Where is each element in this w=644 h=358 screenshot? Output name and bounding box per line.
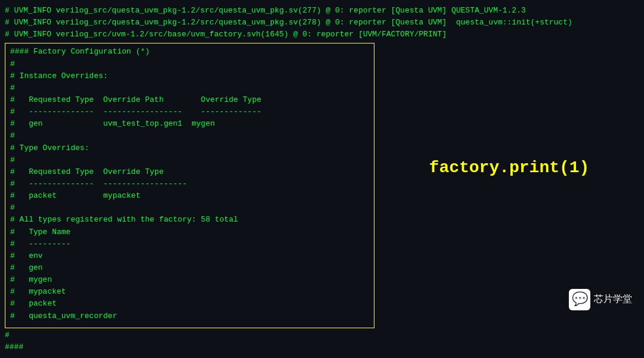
code-line-7: # bbox=[10, 130, 369, 142]
code-line-4: # Requested Type Override Path Override … bbox=[10, 94, 369, 106]
wechat-badge: 💬 芯片学堂 bbox=[569, 289, 632, 310]
code-line-8: # Type Overrides: bbox=[10, 142, 369, 154]
wechat-icon: 💬 bbox=[569, 289, 590, 310]
wechat-emoji: 💬 bbox=[572, 291, 588, 307]
code-line-22: # questa_uvm_recorder bbox=[10, 310, 369, 322]
code-line-2: # Instance Overrides: bbox=[10, 70, 369, 82]
code-line-21: # packet bbox=[10, 298, 369, 310]
code-line-14: # All types registered with the factory:… bbox=[10, 214, 369, 226]
code-line-12: # packet mypacket bbox=[10, 190, 369, 202]
code-line-18: # gen bbox=[10, 262, 369, 274]
factory-print-label: factory.print(1) bbox=[429, 158, 590, 177]
right-panel: factory.print(1) 💬 芯片学堂 bbox=[374, 43, 644, 328]
wechat-text: 芯片学堂 bbox=[594, 293, 632, 306]
code-line-1: # bbox=[10, 58, 369, 70]
top-line-1: # UVM_INFO verilog_src/questa_uvm_pkg-1.… bbox=[5, 5, 639, 17]
code-line-0: #### Factory Configuration (*) bbox=[10, 46, 369, 58]
bottom-line-1: # bbox=[5, 329, 639, 341]
code-line-20: # mypacket bbox=[10, 286, 369, 298]
code-line-3: # bbox=[10, 82, 369, 94]
left-panel: #### Factory Configuration (*) # # Insta… bbox=[5, 43, 374, 328]
code-line-19: # mygen bbox=[10, 274, 369, 286]
code-line-15: # Type Name bbox=[10, 226, 369, 238]
bottom-line-2: #### bbox=[5, 341, 639, 353]
top-lines: # UVM_INFO verilog_src/questa_uvm_pkg-1.… bbox=[0, 4, 644, 42]
code-line-5: # -------------- ----------------- -----… bbox=[10, 106, 369, 118]
top-line-2: # UVM_INFO verilog_src/questa_uvm_pkg-1.… bbox=[5, 17, 639, 29]
terminal-container: # UVM_INFO verilog_src/questa_uvm_pkg-1.… bbox=[0, 0, 644, 358]
code-line-16: # --------- bbox=[10, 238, 369, 250]
code-line-17: # env bbox=[10, 250, 369, 262]
bottom-lines: # #### bbox=[0, 328, 644, 354]
code-line-11: # -------------- ------------------ bbox=[10, 178, 369, 190]
code-line-6: # gen uvm_test_top.gen1 mygen bbox=[10, 118, 369, 130]
top-line-3: # UVM_INFO verilog_src/uvm-1.2/src/base/… bbox=[5, 29, 639, 41]
code-line-10: # Requested Type Override Type bbox=[10, 166, 369, 178]
main-content: #### Factory Configuration (*) # # Insta… bbox=[0, 43, 644, 328]
code-line-9: # bbox=[10, 154, 369, 166]
code-line-13: # bbox=[10, 202, 369, 214]
